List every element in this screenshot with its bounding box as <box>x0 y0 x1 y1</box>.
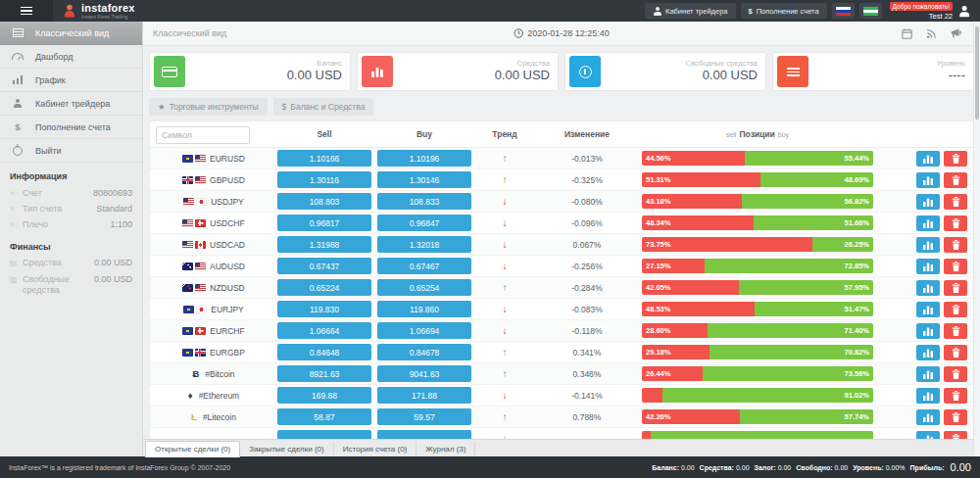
remove-symbol-button[interactable] <box>944 194 967 210</box>
sell-price-button[interactable]: 0.84648 <box>277 344 371 360</box>
positions-bar: 48.53% 51.47% <box>642 302 873 316</box>
buy-price-button[interactable]: 0.67467 <box>377 258 471 274</box>
buy-price-button[interactable]: 0.84678 <box>377 344 471 360</box>
sidebar-item[interactable]: График <box>0 69 142 92</box>
open-chart-button[interactable] <box>916 237 940 253</box>
buy-price-button[interactable]: 1.06694 <box>377 322 471 339</box>
vertical-scrollbar[interactable] <box>973 23 980 456</box>
sell-price-button[interactable]: 1.06664 <box>277 322 371 339</box>
calendar-icon[interactable] <box>902 28 912 39</box>
sell-price-button[interactable]: 1.31988 <box>277 236 371 253</box>
sell-price-button[interactable]: 0.65224 <box>277 279 371 296</box>
open-chart-button[interactable] <box>916 194 940 210</box>
scrollbar-thumb[interactable] <box>975 26 979 120</box>
trader-cabinet-button[interactable]: Кабинет трейдера <box>645 3 735 19</box>
sidebar-item[interactable]: Дашборд <box>0 45 142 69</box>
bottom-tab[interactable]: Журнал (3) <box>416 442 475 456</box>
megaphone-icon[interactable] <box>951 28 962 38</box>
remove-symbol-button[interactable] <box>944 215 967 231</box>
sell-price-button[interactable]: 0.96817 <box>277 215 371 231</box>
open-chart-button[interactable] <box>916 302 940 317</box>
chevron-right-icon: » <box>10 204 23 215</box>
remove-symbol-button[interactable] <box>944 431 967 440</box>
info-value: 1:100 <box>110 219 132 230</box>
remove-symbol-button[interactable] <box>944 237 967 253</box>
card-value: ---- <box>814 69 965 83</box>
remove-symbol-button[interactable] <box>944 151 967 167</box>
remove-symbol-button[interactable] <box>944 388 967 404</box>
sidebar-item[interactable]: Выйти <box>0 139 142 163</box>
remove-symbol-button[interactable] <box>944 345 967 360</box>
buy-price-button[interactable]: 1.30146 <box>377 171 471 188</box>
open-chart-button[interactable] <box>916 323 940 339</box>
bottom-tab[interactable]: История счета (0) <box>334 442 417 456</box>
menu-toggle-button[interactable] <box>0 0 53 22</box>
buy-price-button[interactable]: 108.833 <box>377 193 471 210</box>
sell-price-button[interactable]: 58.87 <box>277 408 371 425</box>
remove-symbol-button[interactable] <box>944 323 967 339</box>
buy-price-button[interactable]: 171.88 <box>377 387 471 404</box>
positions-bar: 26.44% 73.56% <box>642 366 873 381</box>
remove-symbol-button[interactable] <box>944 172 967 188</box>
instaforex-logo-icon <box>62 3 77 19</box>
buy-price-button[interactable]: 0.65254 <box>377 279 471 296</box>
sell-price-button[interactable]: 1.10166 <box>277 150 371 167</box>
open-chart-button[interactable] <box>916 409 940 425</box>
sell-positions-segment: 43.18% <box>642 194 742 209</box>
deposit-button[interactable]: $ Пополнение счета <box>741 3 827 19</box>
remove-symbol-button[interactable] <box>944 280 967 296</box>
open-chart-button[interactable] <box>916 431 940 440</box>
buy-price-button[interactable]: 1.10196 <box>377 150 471 167</box>
buy-price-button[interactable]: 1.32018 <box>377 236 471 253</box>
sidebar-item[interactable]: Кабинет трейдера <box>0 92 142 116</box>
remove-symbol-button[interactable] <box>944 409 967 425</box>
open-chart-button[interactable] <box>916 280 940 296</box>
trading-instruments-button[interactable]: ★ Торговые инструменты <box>149 98 268 116</box>
remove-symbol-button[interactable] <box>944 366 967 382</box>
card-label: Средства <box>399 60 550 69</box>
language-russian-button[interactable] <box>832 3 855 19</box>
open-chart-button[interactable] <box>916 172 940 188</box>
open-chart-button[interactable] <box>916 259 940 274</box>
sidebar-item[interactable]: $ Пополнение счета <box>0 116 142 139</box>
sell-price-button[interactable]: 0.67437 <box>277 258 371 274</box>
bottom-tab[interactable]: Открытые сделки (0) <box>145 441 240 457</box>
sell-price-button[interactable] <box>277 430 371 439</box>
balance-funds-button[interactable]: $ Баланс и Средства <box>273 98 374 116</box>
info-value: 0.00 USD <box>94 274 132 285</box>
open-chart-button[interactable] <box>916 388 940 404</box>
sell-price-button[interactable]: 1.30116 <box>277 171 371 188</box>
trend-column-header: Тренд <box>477 129 532 139</box>
filters-toolbar: ★ Торговые инструменты $ Баланс и Средст… <box>149 98 974 116</box>
buy-price-button[interactable]: 119.860 <box>377 301 471 317</box>
language-flag-button[interactable] <box>859 3 882 19</box>
sidebar-item[interactable]: Классический вид <box>0 22 142 45</box>
buy-price-button[interactable]: 59.57 <box>377 408 471 425</box>
sell-price-button[interactable]: 108.803 <box>277 193 371 210</box>
bottom-tab[interactable]: Закрытые сделки (0) <box>240 442 334 456</box>
open-chart-button[interactable] <box>916 366 940 382</box>
buy-price-button[interactable]: 0.96847 <box>377 215 471 231</box>
symbol-filter-input[interactable] <box>156 126 250 144</box>
table-header: Sell Buy Тренд Изменение sell Позиции bu… <box>150 121 973 148</box>
positions-bar: 51.31% 48.69% <box>642 172 873 187</box>
main-area: Классический вид 2020-01-28 12:25:40 <box>143 22 980 456</box>
open-chart-button[interactable] <box>916 151 940 167</box>
sell-price-button[interactable]: 119.830 <box>277 301 371 317</box>
buy-price-button[interactable] <box>377 430 471 439</box>
brand-logo[interactable]: instaforex Instant Forex Trading <box>53 3 144 20</box>
symbol-name: AUDUSD <box>210 262 245 271</box>
account-icon[interactable] <box>958 5 969 16</box>
change-value: -0.284% <box>538 283 636 293</box>
deposit-label: Пополнение счета <box>757 7 819 16</box>
sell-price-button[interactable]: 8921.63 <box>277 365 371 382</box>
sell-price-button[interactable]: 169.88 <box>277 387 371 404</box>
open-chart-button[interactable] <box>916 345 940 360</box>
remove-symbol-button[interactable] <box>944 259 967 274</box>
remove-symbol-button[interactable] <box>944 302 967 317</box>
symbol-name: EURGBP <box>210 348 245 358</box>
open-chart-button[interactable] <box>916 215 940 231</box>
star-icon: ★ <box>158 102 166 112</box>
buy-price-button[interactable]: 9041.63 <box>377 365 471 382</box>
rss-icon[interactable] <box>926 28 937 39</box>
